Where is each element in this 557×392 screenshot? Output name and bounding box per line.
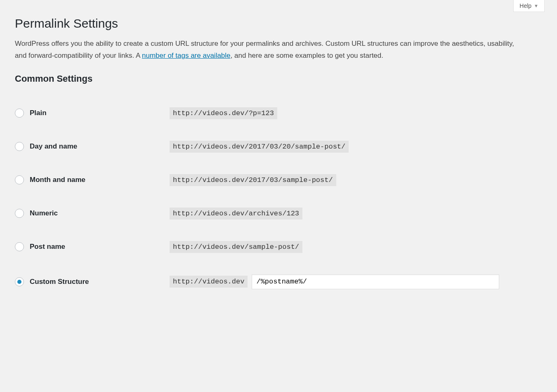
radio-month-name[interactable] xyxy=(15,175,24,184)
example-post-name: http://videos.dev/sample-post/ xyxy=(170,241,302,253)
option-numeric[interactable]: Numeric xyxy=(15,209,165,218)
intro-paragraph: WordPress offers you the ability to crea… xyxy=(15,38,526,62)
tags-link[interactable]: number of tags are available xyxy=(142,52,231,59)
radio-custom[interactable] xyxy=(15,277,24,286)
page-title: Permalink Settings xyxy=(15,17,542,31)
settings-table: Plain http://videos.dev/?p=123 Day and n… xyxy=(15,97,542,300)
option-plain[interactable]: Plain xyxy=(15,109,165,118)
option-month-name[interactable]: Month and name xyxy=(15,175,165,184)
option-custom-label: Custom Structure xyxy=(30,278,89,286)
radio-numeric[interactable] xyxy=(15,209,24,218)
intro-text-after: , and here are some examples to get you … xyxy=(231,52,383,59)
custom-structure-row: http://videos.dev xyxy=(170,274,538,289)
option-numeric-label: Numeric xyxy=(30,209,58,217)
radio-day-name[interactable] xyxy=(15,142,24,151)
option-plain-label: Plain xyxy=(30,109,47,117)
option-day-name-label: Day and name xyxy=(30,142,77,151)
custom-structure-input[interactable] xyxy=(252,274,499,289)
example-numeric: http://videos.dev/archives/123 xyxy=(170,208,302,220)
content-wrap: Permalink Settings WordPress offers you … xyxy=(0,0,557,316)
option-day-name[interactable]: Day and name xyxy=(15,142,165,151)
option-post-name-label: Post name xyxy=(30,243,65,251)
radio-plain[interactable] xyxy=(15,109,24,118)
example-day-name: http://videos.dev/2017/03/20/sample-post… xyxy=(170,141,349,153)
option-month-name-label: Month and name xyxy=(30,176,85,184)
example-plain: http://videos.dev/?p=123 xyxy=(170,107,277,119)
section-title: Common Settings xyxy=(15,73,542,84)
option-custom[interactable]: Custom Structure xyxy=(15,277,165,286)
option-post-name[interactable]: Post name xyxy=(15,242,165,251)
example-month-name: http://videos.dev/2017/03/sample-post/ xyxy=(170,174,336,186)
radio-post-name[interactable] xyxy=(15,242,24,251)
custom-prefix: http://videos.dev xyxy=(170,276,248,288)
